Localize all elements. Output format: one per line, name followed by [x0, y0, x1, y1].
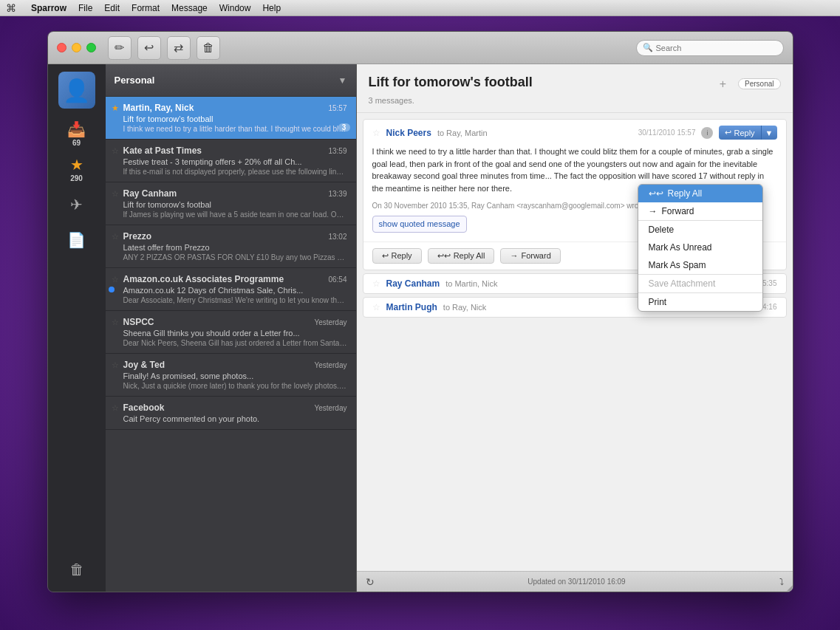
- email-item[interactable]: ☆ NSPCC Yesterday Sheena Gill thinks you…: [106, 311, 356, 354]
- email-subject: Festive treat - 3 tempting offers + 20% …: [112, 157, 347, 166]
- dropdown-section-4: Print: [638, 293, 762, 311]
- folder-sort-icon[interactable]: ▼: [338, 75, 347, 86]
- menu-sparrow[interactable]: Sparrow: [25, 0, 72, 16]
- menu-window[interactable]: Window: [214, 0, 257, 16]
- email-preview: Nick, Just a quickie (more later) to tha…: [112, 382, 347, 390]
- menu-help[interactable]: Help: [256, 0, 287, 16]
- add-tag-button[interactable]: +: [720, 78, 726, 91]
- icon-sidebar: 👤 📥 69 ★ 290 ✈ 📄 🗑: [48, 64, 106, 592]
- reply-all-action-button[interactable]: ↩↩ Reply All: [428, 248, 495, 264]
- dropdown-item-mark-spam[interactable]: Mark As Spam: [638, 256, 762, 274]
- message-date: 30/11/2010 15:57: [638, 129, 696, 137]
- menu-edit[interactable]: Edit: [98, 0, 126, 16]
- star-icon[interactable]: ☆: [112, 318, 119, 327]
- dropdown-item-reply-all[interactable]: ↩↩ Reply All: [638, 185, 762, 202]
- reply-dropdown-button[interactable]: ▼: [761, 126, 777, 140]
- dropdown-item-print[interactable]: Print: [638, 293, 762, 311]
- message-header[interactable]: ☆ Nick Peers to Ray, Martin 30/11/2010 1…: [363, 120, 786, 145]
- email-item[interactable]: ☆ Facebook Yesterday Cait Percy commente…: [106, 397, 356, 430]
- email-item[interactable]: ☆ Kate at Past Times 13:59 Festive treat…: [106, 140, 356, 182]
- messages-area: ☆ Nick Peers to Ray, Martin 30/11/2010 1…: [357, 113, 793, 571]
- sidebar-item-sent[interactable]: ✈: [58, 188, 95, 221]
- detail-header: Lift for tomorow's football + Personal 3…: [357, 64, 793, 113]
- email-item[interactable]: ★ Martin, Ray, Nick 15:57 Lift for tomor…: [106, 97, 356, 140]
- apple-menu[interactable]: ⌘: [6, 2, 16, 14]
- search-icon: 🔍: [643, 43, 653, 52]
- email-time: 13:02: [328, 233, 346, 241]
- menu-message[interactable]: Message: [165, 0, 214, 16]
- inbox-badge: 69: [72, 139, 81, 147]
- menu-format[interactable]: Format: [126, 0, 165, 16]
- email-item[interactable]: ☆ Ray Canham 13:39 Lift for tomorow's fo…: [106, 182, 356, 225]
- email-preview: If James is playing we will have a 5 asi…: [112, 210, 347, 219]
- detail-tag[interactable]: Personal: [738, 78, 780, 89]
- refresh-button[interactable]: ↻: [366, 576, 375, 588]
- info-button[interactable]: i: [701, 127, 713, 139]
- email-preview: I think we need to try a little harder t…: [112, 125, 347, 133]
- email-time: 13:39: [328, 190, 346, 198]
- reply-icon: ↩: [144, 41, 154, 55]
- trash-button[interactable]: 🗑: [197, 36, 220, 60]
- move-button[interactable]: ⇄: [167, 36, 191, 60]
- search-input[interactable]: [656, 44, 777, 52]
- content-area: 👤 📥 69 ★ 290 ✈ 📄 🗑 Personal: [48, 64, 793, 592]
- sidebar-item-drafts[interactable]: 📄: [58, 224, 95, 256]
- star-icon[interactable]: ☆: [112, 275, 119, 284]
- message-from: Nick Peers: [386, 128, 431, 138]
- search-box[interactable]: 🔍: [636, 40, 784, 56]
- inbox-icon: 📥: [67, 120, 86, 138]
- reply-button[interactable]: ↩: [137, 36, 161, 60]
- star-icon[interactable]: ☆: [112, 146, 119, 156]
- reply-button[interactable]: ↩ Reply: [719, 126, 760, 140]
- dropdown-item-forward[interactable]: → Forward: [638, 202, 762, 220]
- sender-name: Amazon.co.uk Associates Programme: [123, 274, 324, 284]
- sender-name: Prezzo: [123, 231, 324, 242]
- folder-name: Personal: [115, 75, 338, 86]
- detail-count: 3 messages.: [369, 96, 414, 105]
- close-button[interactable]: [57, 43, 66, 52]
- message-star[interactable]: ☆: [372, 278, 380, 289]
- email-preview: ANY 2 PIZZAS OR PASTAS FOR ONLY £10 Buy …: [112, 253, 347, 261]
- email-time: Yesterday: [314, 361, 346, 369]
- footer-status: Updated on 30/11/2010 16:09: [380, 578, 774, 586]
- sidebar-item-trash[interactable]: 🗑: [58, 553, 95, 586]
- message-to: to Ray, Nick: [443, 303, 486, 312]
- resize-handle[interactable]: ◢: [782, 581, 793, 592]
- star-icon[interactable]: ☆: [112, 189, 119, 199]
- reply-icon: ↩: [725, 128, 731, 137]
- dropdown-item-mark-unread[interactable]: Mark As Unread: [638, 239, 762, 256]
- compose-button[interactable]: ✏: [108, 36, 132, 60]
- reply-action-icon: ↩: [382, 251, 389, 261]
- fullscreen-button[interactable]: [86, 43, 96, 52]
- forward-action-button[interactable]: → Forward: [500, 248, 560, 264]
- minimize-button[interactable]: [72, 43, 81, 52]
- message-star[interactable]: ☆: [372, 302, 380, 312]
- reply-action-button[interactable]: ↩ Reply: [372, 248, 422, 264]
- email-item[interactable]: ☆ Amazon.co.uk Associates Programme 06:5…: [106, 268, 356, 311]
- show-quoted-button[interactable]: show quoted message: [372, 216, 467, 233]
- email-subject: Lift for tomorow's footbal: [112, 200, 347, 209]
- detail-title: Lift for tomorow's football: [369, 75, 533, 90]
- star-icon[interactable]: ★: [112, 103, 119, 113]
- message-star[interactable]: ☆: [372, 128, 380, 138]
- sender-name: Facebook: [123, 403, 310, 413]
- detail-footer: ↻ Updated on 30/11/2010 16:09 ⤵: [357, 571, 793, 592]
- trash-icon: 🗑: [202, 41, 214, 55]
- email-subject: Latest offer from Prezzo: [112, 243, 347, 252]
- sidebar-item-inbox[interactable]: 📥 69: [58, 117, 95, 150]
- star-icon[interactable]: ☆: [112, 403, 119, 413]
- email-count-badge: 3: [338, 123, 350, 131]
- star-icon[interactable]: ☆: [112, 232, 119, 242]
- star-icon[interactable]: ☆: [112, 360, 119, 370]
- email-preview: Dear Nick Peers, Sheena Gill has just or…: [112, 339, 347, 347]
- email-item[interactable]: ☆ Joy & Ted Yesterday Finally! As promis…: [106, 354, 356, 397]
- reply-all-icon: ↩↩: [649, 188, 663, 199]
- sidebar-item-starred[interactable]: ★ 290: [58, 153, 95, 185]
- menu-file[interactable]: File: [72, 0, 98, 16]
- starred-icon: ★: [70, 156, 83, 174]
- email-item[interactable]: ☆ Prezzo 13:02 Latest offer from Prezzo …: [106, 225, 356, 268]
- email-subject: Cait Percy commented on your photo.: [112, 414, 347, 423]
- dropdown-section-1: ↩↩ Reply All → Forward: [638, 185, 762, 221]
- main-window: ✏ ↩ ⇄ 🗑 🔍 👤 📥 69 ★ 290: [47, 31, 793, 592]
- dropdown-item-delete[interactable]: Delete: [638, 221, 762, 239]
